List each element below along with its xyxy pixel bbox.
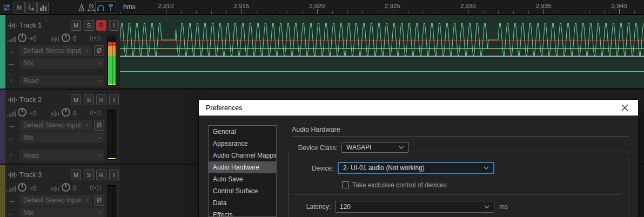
chevron-down-icon: › — [96, 80, 103, 82]
pan-icon — [51, 185, 59, 194]
ruler-tick — [363, 11, 363, 14]
chevron-right-icon: › — [86, 121, 88, 129]
track-name[interactable]: Track 2 — [19, 96, 42, 104]
latency-label: Latency: — [280, 203, 331, 211]
input-value: Default Stereo Input — [23, 121, 81, 129]
automation-expand-icon[interactable]: › — [10, 151, 12, 158]
device-class-dropdown[interactable]: WASAPI — [341, 142, 409, 153]
volume-value[interactable]: +0 — [29, 35, 37, 43]
volume-value[interactable]: +0 — [29, 110, 37, 117]
mute-button[interactable]: M — [71, 20, 81, 31]
volume-knob[interactable] — [17, 182, 27, 194]
chevron-down-icon — [484, 166, 489, 169]
input-selector[interactable]: Default Stereo Input› — [19, 195, 92, 206]
exclusive-control-checkbox[interactable] — [342, 181, 349, 188]
pan-value[interactable]: 0 — [73, 185, 77, 192]
clip-effects-button[interactable]: fx — [14, 2, 25, 13]
preferences-list-item[interactable]: Appearance — [209, 138, 276, 150]
ruler-tick — [242, 9, 242, 14]
device-dropdown[interactable]: 2- UI-01 audio (Not working) — [338, 162, 494, 174]
volume-icon — [7, 185, 16, 194]
metering-button[interactable] — [37, 2, 49, 13]
ruler-tick — [136, 11, 136, 14]
input-monitor-icon: ((•)) — [90, 185, 102, 191]
volume-value[interactable]: +0 — [29, 185, 37, 192]
panel-title: Audio Hardware — [292, 126, 340, 133]
audio-track-icon — [8, 21, 17, 31]
pan-value[interactable]: 0 — [73, 110, 77, 117]
pan-knob[interactable] — [61, 107, 71, 119]
preferences-list-item[interactable]: Audio Channel Mapping — [209, 150, 276, 161]
phase-invert-button[interactable]: Ø — [94, 45, 104, 56]
device-value: 2- UI-01 audio (Not working) — [343, 164, 425, 172]
track-name[interactable]: Track 3 — [19, 171, 42, 179]
chevron-right-icon: › — [98, 209, 100, 216]
latency-dropdown[interactable]: 120 — [335, 201, 494, 213]
phase-invert-button[interactable]: Ø — [94, 195, 104, 206]
pan-icon — [51, 110, 59, 119]
close-button[interactable] — [615, 100, 634, 116]
device-class-value: WASAPI — [346, 144, 371, 151]
volume-knob[interactable] — [17, 107, 27, 119]
output-selector[interactable]: Mix› — [19, 132, 104, 143]
track-color-strip — [0, 15, 5, 89]
arm-record-button[interactable]: R — [96, 20, 106, 31]
track1-lane[interactable] — [120, 15, 644, 88]
input-selector[interactable]: Default Stereo Input› — [19, 120, 92, 131]
volume-knob[interactable] — [17, 33, 27, 45]
ruler-tick — [634, 11, 635, 14]
arm-record-button[interactable]: R — [96, 169, 106, 180]
timeline-ruler[interactable]: hms 2,9102,9152,9202,9252,9302,9352,940 — [120, 0, 644, 15]
mute-button[interactable]: M — [71, 94, 81, 105]
ruler-tick — [257, 11, 257, 14]
track-name[interactable]: Track 1 — [19, 22, 42, 29]
editor-toolbar: fx — [0, 0, 120, 15]
dialog-titlebar[interactable]: Preferences — [199, 100, 638, 116]
output-selector[interactable]: Mix› — [19, 207, 104, 217]
pin-marker-button[interactable] — [106, 2, 116, 13]
output-selector[interactable]: Mix› — [19, 58, 104, 69]
track2-header: Track 2 M S R I +0 0 ((•)) → Default Ste… — [0, 90, 120, 164]
pan-value[interactable]: 0 — [73, 35, 77, 43]
input-arrow-icon: → — [8, 121, 15, 130]
device-class-label: Device Class: — [274, 144, 338, 152]
preferences-list-item[interactable]: General — [209, 126, 276, 138]
automation-mode-selector[interactable]: Read› — [19, 76, 104, 86]
automation-expand-icon[interactable]: › — [10, 77, 12, 83]
solo-button[interactable]: S — [84, 94, 94, 105]
monitoring-button-group — [95, 1, 116, 14]
chevron-down-icon: › — [96, 154, 103, 157]
preferences-list-item[interactable]: Auto Save — [209, 173, 276, 185]
preferences-list-item[interactable]: Control Surface — [209, 185, 276, 197]
phase-invert-button[interactable]: Ø — [94, 120, 104, 131]
output-value: Mix — [23, 59, 33, 67]
solo-button[interactable]: S — [84, 20, 94, 31]
input-selector[interactable]: Default Stereo Input› — [19, 45, 92, 56]
arm-record-button[interactable]: R — [96, 94, 106, 105]
ruler-tick — [604, 11, 605, 14]
headphones-icon — [97, 4, 105, 11]
preferences-list-item[interactable]: Audio Hardware — [209, 161, 276, 173]
volume-icon — [7, 110, 16, 119]
preferences-list-item[interactable]: Effects — [209, 209, 276, 217]
ruler-tick — [544, 9, 544, 14]
preferences-list-item[interactable]: Data — [209, 197, 276, 209]
mute-button[interactable]: M — [71, 169, 81, 180]
input-value: Default Stereo Input — [23, 196, 81, 204]
automation-mode-selector[interactable]: Read› — [19, 150, 104, 161]
pan-knob[interactable] — [61, 33, 71, 45]
ruler-tick — [422, 11, 423, 14]
pan-knob[interactable] — [61, 182, 71, 194]
ruler-tick — [453, 11, 453, 14]
monitor-input-button[interactable]: I — [109, 20, 119, 31]
solo-button[interactable]: S — [84, 169, 94, 180]
preferences-dialog: Preferences GeneralAppearanceAudio Chann… — [199, 100, 638, 217]
routing-button[interactable] — [25, 2, 37, 13]
ruler-tick — [317, 9, 318, 14]
headphone-monitor-button[interactable] — [96, 2, 106, 13]
monitor-input-button[interactable]: I — [109, 169, 119, 180]
waveform — [120, 15, 644, 88]
monitor-input-button[interactable]: I — [109, 94, 119, 105]
crossfade-transfer-button[interactable] — [1, 2, 12, 13]
track3-header: Track 3 M S R I +0 0 ((•)) → Default Ste… — [0, 165, 120, 217]
